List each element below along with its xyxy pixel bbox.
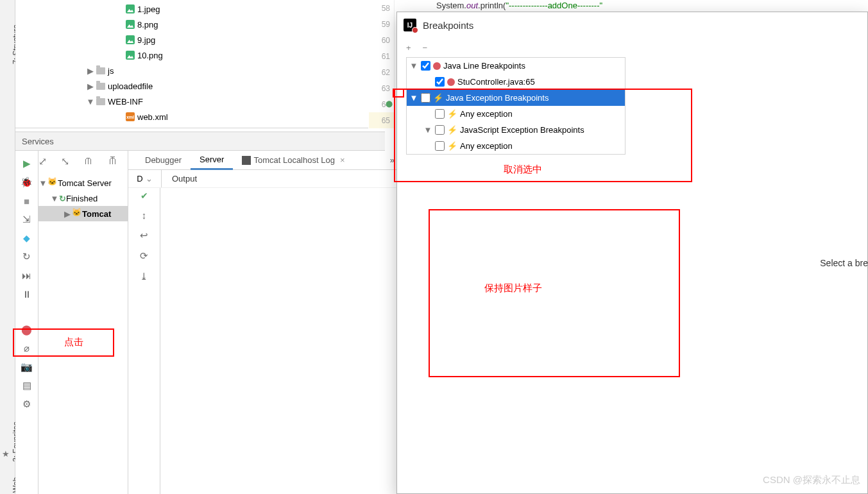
services-top-icons: ⤢ ⤡ ⫙ ⫚ — [38, 155, 118, 167]
editor-code[interactable]: System.out.println("--------------addOne… — [436, 0, 602, 10]
project-tree[interactable]: 1.jpeg 8.png 9.jpg 10.png ▶js ▶uploadedf… — [15, 0, 368, 128]
bp-group-js-exception[interactable]: ▼ ⚡ JavaScript Exception Breakpoints — [407, 122, 625, 138]
gear-icon[interactable]: ⚙ — [21, 398, 33, 411]
bp-checkbox[interactable] — [421, 93, 430, 103]
tab-server[interactable]: Server — [191, 151, 233, 170]
remove-icon[interactable]: − — [423, 43, 428, 53]
annotation-text: 取消选中 — [504, 164, 542, 176]
tree-item: ▶uploadedfile — [15, 78, 368, 94]
line-number[interactable]: 60 — [369, 32, 394, 48]
tree-item: 8.png — [15, 17, 368, 32]
view-breakpoints-icon[interactable]: ⬤ — [21, 323, 33, 336]
tree-item: 1.jpeg — [15, 1, 368, 17]
run-icon[interactable]: ▶ — [21, 157, 33, 170]
close-icon[interactable]: × — [340, 155, 345, 165]
annotation-box — [393, 89, 404, 98]
rerun-icon[interactable]: ↻ — [21, 250, 33, 263]
tomcat-icon — [47, 178, 58, 187]
tree-item: ▼WEB-INF — [15, 94, 368, 109]
breakpoints-titlebar[interactable]: Breakpoints — [397, 12, 867, 38]
services-panel: ▶ 🐞 ■ ⇲ ◆ ↻ ⏭ ⏸ ⬤ ⌀ 📷 ▤ ⚙ ▼Tomcat Server… — [15, 151, 397, 494]
line-number[interactable]: 61 — [369, 48, 394, 64]
line-number[interactable]: 65 — [369, 112, 394, 128]
tomcat-icon — [72, 209, 82, 218]
filter-icon[interactable]: ⫚ — [108, 155, 118, 167]
breakpoints-dialog[interactable]: Breakpoints + − ▼ Java Line Breakpoints … — [396, 12, 868, 494]
bp-checkbox[interactable] — [435, 109, 445, 119]
tree-item: ▶js — [15, 63, 368, 78]
bp-item-any-exception[interactable]: ⚡ Any exception — [407, 106, 625, 122]
wrap-icon[interactable]: ↩ — [140, 230, 148, 241]
group-icon[interactable]: ⫙ — [83, 155, 94, 167]
step-icon[interactable]: ⏭ — [21, 269, 33, 282]
image-icon — [124, 20, 136, 29]
check-icon: ✔ — [140, 191, 148, 201]
editor-gutter: 58 59 60 61 62 63 64 65 — [369, 0, 395, 128]
line-number[interactable]: 62 — [369, 64, 394, 80]
bp-checkbox[interactable] — [435, 125, 445, 135]
debug-icon[interactable]: 🐞 — [21, 176, 33, 189]
breakpoint-icon — [433, 62, 441, 70]
add-icon[interactable]: + — [406, 43, 411, 53]
chevron-down-icon[interactable]: ▼ — [86, 97, 95, 106]
lightning-icon: ⚡ — [447, 109, 457, 119]
download-icon[interactable]: ⤓ — [140, 271, 148, 282]
refresh-icon: ↻ — [59, 194, 66, 203]
bp-group-java-exception[interactable]: ▼ ⚡ Java Exception Breakpoints — [407, 90, 625, 106]
chevron-down-icon: ▼ — [409, 61, 418, 71]
jsp-icon: jsp — [105, 128, 117, 128]
pause-icon[interactable]: ⏸ — [21, 287, 33, 300]
update-icon[interactable]: ◆ — [21, 232, 33, 244]
line-number[interactable]: 58 — [369, 0, 394, 16]
finished-node[interactable]: ▼↻Finished — [38, 191, 128, 206]
scroll-icon[interactable]: ↕ — [142, 210, 147, 221]
chevron-down-icon: ▼ — [423, 125, 432, 135]
bp-item-stucontroller[interactable]: StuController.java:65 — [407, 74, 625, 90]
breakpoint-icon — [447, 78, 455, 86]
services-title: Services — [22, 137, 54, 146]
chevron-right-icon[interactable]: ▶ — [86, 66, 95, 76]
line-number[interactable]: 63 — [369, 80, 394, 96]
snapshot-icon[interactable]: 📷 — [21, 361, 33, 373]
tab-tomcat-log[interactable]: Tomcat Localhost Log× — [233, 151, 353, 170]
image-icon — [124, 51, 136, 60]
output-gutter: ✔ ↕ ↩ ⟳ ⤓ — [128, 188, 160, 494]
run-gutter-icon[interactable]: ⬤ — [386, 100, 393, 107]
output-filter[interactable]: D⌄ — [128, 170, 162, 187]
reload-icon[interactable]: ⟳ — [140, 250, 148, 262]
tomcat-instance-node[interactable]: ▶Tomcat — [38, 206, 128, 221]
bp-checkbox[interactable] — [435, 77, 445, 87]
breakpoints-title: Breakpoints — [423, 20, 473, 31]
tree-item: jspException.jsp — [15, 124, 368, 128]
collapse-icon[interactable]: ⤡ — [61, 155, 69, 167]
lightning-icon: ⚡ — [447, 125, 457, 135]
bp-group-java-line[interactable]: ▼ Java Line Breakpoints — [407, 58, 625, 74]
services-tree[interactable]: ▼Tomcat Server ▼↻Finished ▶Tomcat — [38, 151, 128, 494]
expand-icon[interactable]: ⤢ — [38, 155, 47, 167]
breakpoints-toolbar: + − — [397, 38, 867, 57]
image-icon — [124, 4, 136, 13]
filter-icon[interactable]: ⇲ — [21, 213, 33, 226]
xml-icon: xml — [124, 112, 136, 121]
watermark: CSDN @探索永不止息 — [763, 474, 860, 486]
more-tabs-icon[interactable]: » — [390, 155, 395, 165]
tomcat-server-node[interactable]: ▼Tomcat Server — [38, 175, 128, 191]
breakpoints-detail-hint: Select a bre — [820, 258, 868, 268]
breakpoints-tree[interactable]: ▼ Java Line Breakpoints StuController.ja… — [406, 57, 625, 155]
chevron-right-icon[interactable]: ▶ — [86, 81, 95, 91]
tab-debugger[interactable]: Debugger — [136, 151, 191, 170]
log-icon — [242, 156, 251, 165]
annotation-text: 保持图片样子 — [484, 282, 542, 294]
bp-checkbox[interactable] — [421, 61, 430, 71]
layout-icon[interactable]: ▤ — [21, 379, 33, 392]
mute-breakpoints-icon[interactable]: ⌀ — [21, 342, 33, 355]
line-number[interactable]: 59 — [369, 16, 394, 32]
output-header: D⌄ Output — [128, 170, 397, 188]
output-label: Output — [162, 174, 197, 183]
intellij-icon — [404, 19, 416, 31]
bp-item-any-exception-js[interactable]: ⚡ Any exception — [407, 138, 625, 154]
lightning-icon: ⚡ — [447, 141, 457, 151]
tree-item: xmlweb.xml — [15, 109, 368, 124]
stop-icon[interactable]: ■ — [21, 194, 33, 207]
bp-checkbox[interactable] — [435, 141, 445, 151]
